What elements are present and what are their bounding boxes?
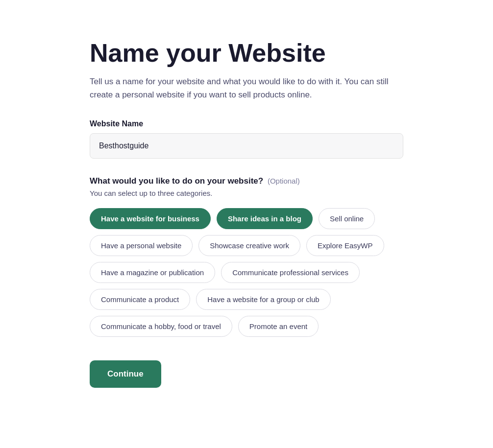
optional-label: (Optional) [268,177,300,185]
category-chip-blog[interactable]: Share ideas in a blog [217,208,313,229]
website-name-label: Website Name [90,119,403,128]
category-chip-sell[interactable]: Sell online [319,208,375,229]
category-chip-magazine[interactable]: Have a magazine or publication [90,262,215,283]
page-title: Name your Website [90,39,403,67]
category-chip-professional[interactable]: Communicate professional services [221,262,360,283]
category-chip-product[interactable]: Communicate a product [90,289,190,310]
category-chip-group[interactable]: Have a website for a group or club [196,289,330,310]
main-container: Name your Website Tell us a name for you… [60,20,433,407]
category-chip-business[interactable]: Have a website for business [90,208,211,229]
category-chip-personal[interactable]: Have a personal website [90,235,193,256]
categories-hint: You can select up to three categories. [90,189,403,197]
continue-button[interactable]: Continue [90,360,161,388]
page-subtitle: Tell us a name for your website and what… [90,75,403,101]
category-chip-hobby[interactable]: Communicate a hobby, food or travel [90,316,232,337]
categories-question: What would you like to do on your websit… [90,176,403,186]
categories-grid: Have a website for businessShare ideas i… [90,208,403,337]
website-name-input[interactable] [90,133,403,159]
category-chip-easywp[interactable]: Explore EasyWP [306,235,384,256]
category-chip-event[interactable]: Promote an event [238,316,319,337]
category-chip-creative[interactable]: Showcase creative work [198,235,300,256]
